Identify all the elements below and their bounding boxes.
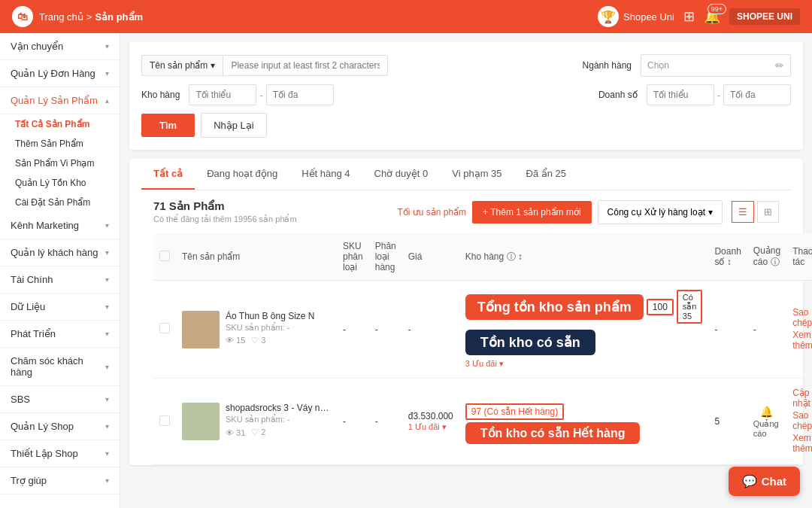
chat-label: Chat — [762, 475, 786, 488]
sidebar-sub-cai-dat[interactable]: Cài Đặt Sản Phẩm — [0, 193, 120, 212]
sidebar-sub-tat-ca-san-pham[interactable]: Tất Cả Sản Phẩm — [0, 114, 120, 134]
action-cap-nhat-2[interactable]: Cập nhật — [792, 388, 812, 409]
discount-badge-2[interactable]: 1 Ưu đãi ▾ — [408, 422, 447, 431]
chevron-icon: ▾ — [105, 275, 109, 284]
sidebar-item-van-chuyen[interactable]: Vận chuyển ▾ — [0, 33, 120, 60]
row-2-actions: Cập nhật Sao chép Xem thêm — [786, 379, 812, 465]
product-image-2 — [182, 403, 220, 440]
chevron-icon: ▾ — [105, 449, 109, 458]
sidebar-item-phat-trien[interactable]: Phát Triển ▾ — [0, 321, 120, 348]
sidebar-item-tai-chinh[interactable]: Tài Chính ▾ — [0, 266, 120, 294]
main-content: Tên sản phẩm ▾ Ngành hàng Chọn ✏ — [120, 33, 812, 508]
chevron-icon: ▾ — [105, 248, 109, 257]
product-name-label[interactable]: Tên sản phẩm ▾ — [141, 55, 223, 76]
row-2-product-info: shopadsrocks 3 - Váy nữ thanh lịch mầu .… — [176, 379, 337, 465]
sidebar-item-san-pham[interactable]: Quản Lý Sản Phẩm ▴ — [0, 87, 120, 114]
action-sao-chep-2[interactable]: Sao chép — [792, 410, 812, 431]
sidebar-item-tro-giup[interactable]: Trợ giúp ▾ — [0, 467, 120, 494]
annotation-out-of-stock: Tồn kho có sẵn Hết hàng — [465, 422, 641, 444]
tab-het-hang[interactable]: Hết hàng 4 — [289, 159, 362, 190]
chevron-icon: ▾ — [105, 476, 109, 485]
sidebar-item-quan-ly-shop[interactable]: Quản Lý Shop ▾ — [0, 413, 120, 440]
products-sublabel: Có thể đăng tải thêm 19956 sản phẩm — [153, 214, 297, 224]
search-button[interactable]: Tìm — [141, 114, 195, 137]
edit-icon: ✏ — [775, 59, 784, 71]
doanh-so-min-input[interactable] — [647, 84, 714, 105]
tab-da-an[interactable]: Đã ẩn 25 — [514, 159, 579, 190]
add-product-button[interactable]: + Thêm 1 sản phẩm mới — [472, 201, 592, 224]
sidebar-item-du-lieu[interactable]: Dữ Liệu ▾ — [0, 294, 120, 321]
views-icon: 👁 15 — [226, 336, 245, 345]
quang-cao-label: Quảng cáo — [753, 419, 780, 438]
grid-icon[interactable]: ⊞ — [683, 8, 695, 25]
list-view-button[interactable]: ☰ — [732, 201, 754, 223]
row-2-price: đ3.530.000 1 Ưu đãi ▾ — [402, 379, 459, 465]
sidebar-item-cham-soc[interactable]: Chăm sóc khách hàng ▾ — [0, 348, 120, 386]
product-image — [182, 311, 220, 348]
row-1-sales: - — [708, 281, 747, 379]
product-stats: 👁 15 ♡ 3 — [226, 336, 315, 345]
action-xem-them-1[interactable]: Xem thêm — [792, 330, 812, 351]
breadcrumb-current: Sản phẩm — [95, 11, 143, 23]
range-separator: - — [717, 90, 720, 101]
inventory-value-2: 97 (Có sẵn Hết hàng) — [465, 403, 564, 420]
sidebar-item-thiet-lap-shop[interactable]: Thiết Lập Shop ▾ — [0, 440, 120, 467]
discount-badge[interactable]: 3 Ưu đãi ▾ — [465, 359, 504, 368]
sidebar-item-sbs[interactable]: SBS ▾ — [0, 386, 120, 413]
row-1-checkbox[interactable] — [159, 323, 170, 333]
chat-icon: 💬 — [742, 474, 757, 488]
products-count-block: 71 Sản Phẩm Có thể đăng tải thêm 19956 s… — [153, 199, 297, 224]
tab-cho-duyet[interactable]: Chờ duyệt 0 — [362, 159, 441, 190]
sidebar-sub-them-san-pham[interactable]: Thêm Sản Phẩm — [0, 134, 120, 154]
products-table-container: Tên sản phẩm SKU phân loại Phân loại hàn… — [141, 233, 791, 465]
product-sku: SKU sản phẩm: - — [226, 323, 315, 333]
doanh-so-block: Doanh số - — [598, 84, 791, 105]
col-header-inventory: Kho hàng ⓘ ↕ — [459, 233, 709, 281]
row-1-inventory: Tổng tồn kho sản phẩm 100 Có sẵn 35 Tồn … — [459, 281, 709, 379]
product-name-input[interactable] — [223, 55, 388, 76]
kho-range: - — [189, 84, 333, 105]
search-action-row: Tìm Nhập Lại — [141, 113, 791, 138]
chat-button[interactable]: 💬 Chat — [729, 467, 800, 496]
row-2-checkbox[interactable] — [159, 415, 170, 426]
product-sku-2: SKU sản phẩm: - — [226, 415, 331, 424]
breadcrumb-home[interactable]: Trang chủ — [39, 11, 83, 23]
user-label[interactable]: SHOPEE UNI — [729, 8, 800, 25]
shopee-uni-label: Shopee Uni — [623, 11, 674, 23]
breadcrumb: Trang chủ > Sản phẩm — [39, 11, 143, 23]
sidebar-sub-vi-pham[interactable]: Sản Phẩm Vi Phạm — [0, 154, 120, 173]
row-2-sku: - — [337, 379, 369, 465]
action-xem-them-2[interactable]: Xem thêm — [792, 433, 812, 454]
chevron-icon: ▾ — [105, 422, 109, 430]
tabs: Tất cả Đang hoạt động Hết hàng 4 Chờ duy… — [141, 159, 791, 190]
select-all-checkbox[interactable] — [159, 251, 170, 261]
likes-icon: ♡ 2 — [251, 427, 265, 437]
kho-label: Kho hàng — [141, 90, 180, 100]
breadcrumb-separator: > — [86, 11, 92, 23]
tab-vi-pham[interactable]: Vi phạm 35 — [440, 159, 514, 190]
nganh-hang-block: Ngành hàng Chọn ✏ — [583, 54, 791, 77]
sidebar-sub-ton-kho[interactable]: Quản Lý Tồn Kho — [0, 173, 120, 193]
nganh-hang-label: Ngành hàng — [583, 60, 632, 71]
table-row: shopadsrocks 3 - Váy nữ thanh lịch mầu .… — [153, 379, 812, 465]
product-stats-2: 👁 31 ♡ 2 — [226, 427, 331, 437]
optimize-button[interactable]: Tối ưu sản phẩm — [397, 207, 466, 217]
sidebar-item-khach-hang[interactable]: Quản lý khách hàng ▾ — [0, 239, 120, 266]
inventory-total-value: 100 — [647, 299, 674, 315]
action-sao-chep-1[interactable]: Sao chép — [792, 307, 812, 328]
reset-button[interactable]: Nhập Lại — [201, 113, 267, 138]
grid-view-button[interactable]: ⊞ — [757, 201, 779, 223]
kho-min-input[interactable] — [189, 84, 256, 105]
notification-icon[interactable]: 🔔 99+ — [704, 8, 720, 25]
kho-max-input[interactable] — [266, 84, 334, 105]
chevron-icon: ▾ — [105, 69, 109, 78]
nganh-hang-input[interactable]: Chọn ✏ — [641, 54, 791, 77]
tab-dang-hoat-dong[interactable]: Đang hoạt động — [195, 159, 289, 190]
header: 🛍 Trang chủ > Sản phẩm 🏆 Shopee Uni ⊞ 🔔 … — [0, 0, 812, 33]
sidebar-item-don-hang[interactable]: Quản Lý Đơn Hàng ▾ — [0, 60, 120, 87]
product-name: Áo Thun B ông Size N — [226, 311, 315, 321]
sidebar-item-kenh-marketing[interactable]: Kênh Marketing ▾ — [0, 212, 120, 239]
batch-tools-button[interactable]: Công cụ Xử lý hàng loạt ▾ — [598, 200, 723, 224]
doanh-so-max-input[interactable] — [723, 84, 791, 105]
tab-tat-ca[interactable]: Tất cả — [141, 159, 195, 190]
